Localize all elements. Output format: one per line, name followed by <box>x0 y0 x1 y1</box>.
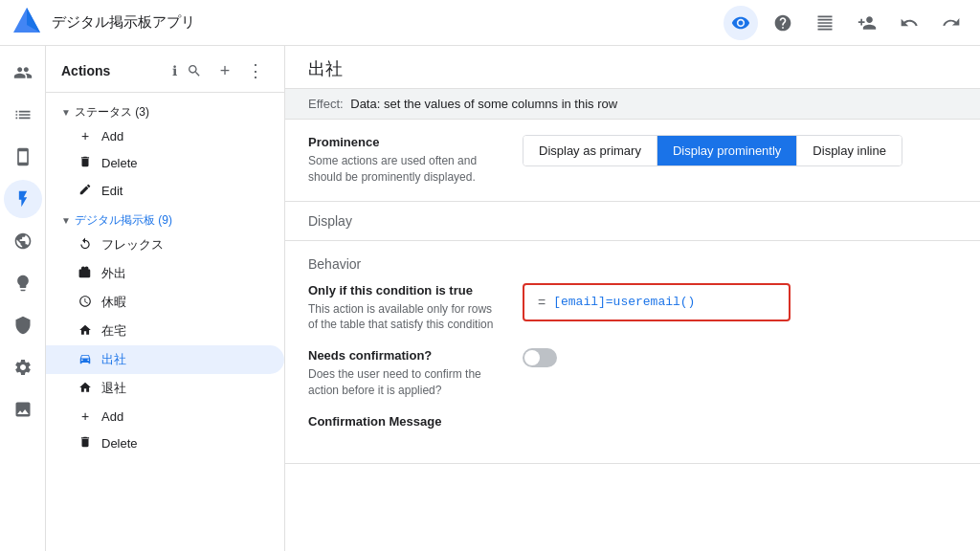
app-title: デジタル掲示板アプリ <box>52 13 724 32</box>
effect-label: Effect: <box>308 97 344 111</box>
delete2-icon <box>77 435 94 452</box>
add2-icon: + <box>77 408 94 424</box>
confirmation-message-title: Confirmation Message <box>308 414 500 429</box>
sidebar-item-label: Add <box>101 129 123 143</box>
prominence-control: Display as primary Display prominently D… <box>523 135 957 166</box>
main-content: 出社 Effect: Data: set the values of some … <box>285 46 980 551</box>
confirmation-message-label-block: Confirmation Message <box>308 414 500 432</box>
nav-globe[interactable] <box>4 222 42 260</box>
condition-title: Only if this condition is true <box>308 283 500 298</box>
shussha-icon <box>77 352 94 368</box>
sidebar-item-label: Add <box>101 409 123 424</box>
display-section: Display <box>285 202 980 241</box>
zaitaku-icon <box>77 323 94 340</box>
effect-bar: Effect: Data: set the values of some col… <box>285 89 980 120</box>
sidebar-item-gaishutsu[interactable]: 外出 <box>46 259 284 288</box>
nav-settings[interactable] <box>4 348 42 386</box>
sidebar-item-delete-status[interactable]: Delete <box>46 149 284 177</box>
prominence-desc: Some actions are used often and should b… <box>308 153 500 186</box>
group-digital-label: デジタル掲示板 (9) <box>75 212 172 229</box>
sidebar-search-button[interactable] <box>181 57 208 84</box>
group-status-label: ステータス (3) <box>75 104 149 121</box>
tab-display-prominently[interactable]: Display prominently <box>657 136 797 165</box>
sidebar-header-icons: + ⋮ <box>181 57 269 84</box>
delete-icon <box>77 155 94 171</box>
toggle-thumb <box>524 350 540 365</box>
behavior-section: Behavior Only if this condition is true … <box>285 241 980 464</box>
redo-button[interactable] <box>934 6 969 40</box>
sidebar-item-shussha[interactable]: 出社 <box>46 345 284 374</box>
flex-icon <box>77 237 94 253</box>
add-icon: + <box>77 128 94 143</box>
sidebar: Actions ℹ + ⋮ ▼ ステータス (3) + Add <box>46 46 285 551</box>
group-status[interactable]: ▼ ステータス (3) <box>46 100 284 122</box>
sidebar-item-label: 外出 <box>101 265 126 282</box>
sidebar-more-button[interactable]: ⋮ <box>242 57 269 84</box>
sidebar-item-flex[interactable]: フレックス <box>46 231 284 259</box>
taisha-icon <box>77 381 94 397</box>
gaishutsu-icon <box>77 266 94 282</box>
confirmation-desc: Does the user need to confirm the action… <box>308 366 500 399</box>
sidebar-item-add-status[interactable]: + Add <box>46 122 284 149</box>
group-digital[interactable]: ▼ デジタル掲示板 (9) <box>46 209 284 231</box>
nav-people[interactable] <box>4 54 42 92</box>
sidebar-item-label: 退社 <box>101 380 126 397</box>
preview-button[interactable] <box>724 6 758 40</box>
sidebar-item-label: 在宅 <box>101 322 126 340</box>
condition-equals: = <box>538 295 546 310</box>
sidebar-item-kyuka[interactable]: 休暇 <box>46 288 284 317</box>
sidebar-item-label: Edit <box>101 184 122 198</box>
sidebar-info-icon[interactable]: ℹ <box>172 63 177 78</box>
undo-button[interactable] <box>892 6 926 40</box>
main-layout: Actions ℹ + ⋮ ▼ ステータス (3) + Add <box>0 46 980 551</box>
prominence-section: Prominence Some actions are used often a… <box>285 120 980 202</box>
sidebar-item-taisha[interactable]: 退社 <box>46 374 284 403</box>
prominence-label-block: Prominence Some actions are used often a… <box>308 135 500 186</box>
sidebar-item-label: Delete <box>101 156 138 170</box>
confirmation-title: Needs confirmation? <box>308 348 500 363</box>
confirmation-row: Needs confirmation? Does the user need t… <box>308 348 957 399</box>
sidebar-add-button[interactable]: + <box>212 57 238 84</box>
condition-control: = [email]=useremail() <box>523 283 957 321</box>
nav-lightbulb[interactable] <box>4 264 42 302</box>
effect-value: Data: set the values of some columns in … <box>350 97 617 111</box>
edit-icon <box>77 183 94 199</box>
sidebar-item-label: Delete <box>101 436 138 451</box>
nav-flash[interactable] <box>4 180 42 218</box>
sidebar-item-zaitaku[interactable]: 在宅 <box>46 317 284 345</box>
condition-box[interactable]: = [email]=useremail() <box>523 283 791 321</box>
sidebar-header: Actions ℹ + ⋮ <box>46 46 284 93</box>
sidebar-title: Actions <box>61 63 172 78</box>
icon-nav <box>0 46 46 551</box>
prominence-tabs: Display as primary Display prominently D… <box>523 135 902 166</box>
condition-label-block: Only if this condition is true This acti… <box>308 283 500 334</box>
sidebar-item-delete-digital[interactable]: Delete <box>46 430 284 457</box>
sidebar-item-edit-status[interactable]: Edit <box>46 177 284 205</box>
nav-mobile[interactable] <box>4 138 42 176</box>
display-title: Display <box>308 213 957 229</box>
nav-image[interactable] <box>4 390 42 429</box>
condition-row: Only if this condition is true This acti… <box>308 283 957 334</box>
group-digital-arrow: ▼ <box>61 215 71 226</box>
nav-shield[interactable] <box>4 306 42 344</box>
condition-desc: This action is available only for rows o… <box>308 301 500 334</box>
table-view-button[interactable] <box>808 6 842 40</box>
help-button[interactable] <box>766 6 800 40</box>
tab-display-inline[interactable]: Display inline <box>797 136 902 165</box>
tab-display-primary[interactable]: Display as primary <box>523 136 657 165</box>
behavior-title: Behavior <box>308 256 957 272</box>
prominence-title: Prominence <box>308 135 500 149</box>
add-user-button[interactable] <box>850 6 884 40</box>
nav-list[interactable] <box>4 96 42 134</box>
sidebar-item-add-digital[interactable]: + Add <box>46 403 284 430</box>
page-title: 出社 <box>285 46 980 89</box>
confirmation-control <box>523 348 957 367</box>
confirmation-toggle[interactable] <box>523 348 557 367</box>
sidebar-content: ▼ ステータス (3) + Add Delete Edit <box>46 93 284 465</box>
group-status-arrow: ▼ <box>61 107 71 118</box>
toggle-track[interactable] <box>523 348 557 367</box>
sidebar-item-label: フレックス <box>101 236 164 253</box>
confirmation-message-row: Confirmation Message <box>308 414 957 432</box>
app-logo <box>11 6 42 39</box>
kyuka-icon <box>77 295 94 311</box>
